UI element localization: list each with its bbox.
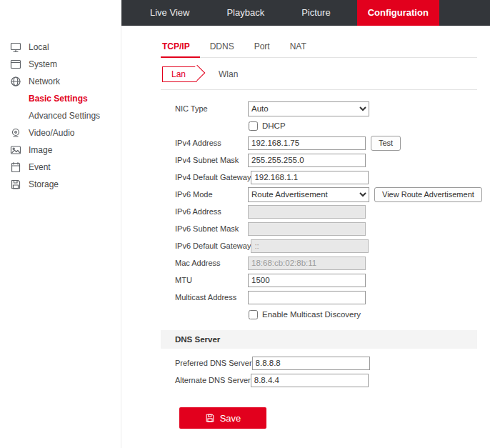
sidebar-item-label: Image xyxy=(29,145,52,155)
tab-tcpip[interactable]: TCP/IP xyxy=(161,39,200,58)
nav-configuration[interactable]: Configuration xyxy=(357,0,439,26)
multicast-address-input[interactable] xyxy=(248,291,366,304)
subtab-wlan[interactable]: Wlan xyxy=(219,69,238,79)
save-button-label: Save xyxy=(220,413,241,424)
main-content: TCP/IP DDNS Port NAT Lan Wlan NIC Type A… xyxy=(121,26,490,448)
ipv6-subnet-mask-label: IPv6 Subnet Mask xyxy=(175,224,248,233)
row-alternate-dns: Alternate DNS Server xyxy=(161,372,490,389)
tcpip-form: NIC Type Auto DHCP IPv4 Address Test IPv… xyxy=(161,100,490,429)
dns-server-section-header: DNS Server xyxy=(161,330,477,349)
lan-wlan-subtabs: Lan Wlan xyxy=(161,65,477,90)
ipv6-mode-select[interactable]: Route Advertisement xyxy=(248,187,369,202)
save-row: Save xyxy=(161,407,490,429)
test-button[interactable]: Test xyxy=(371,136,401,151)
multicast-address-label: Multicast Address xyxy=(175,293,248,302)
row-dhcp: DHCP xyxy=(161,117,490,134)
nic-type-label: NIC Type xyxy=(175,104,248,113)
view-route-advertisement-button[interactable]: View Route Advertisement xyxy=(374,187,482,202)
ipv4-address-input[interactable] xyxy=(248,136,366,150)
dns-server-header-label: DNS Server xyxy=(175,335,220,344)
camera-config-window: Live View Playback Picture Configuration… xyxy=(0,0,490,448)
system-icon xyxy=(10,59,21,70)
image-icon xyxy=(10,144,21,156)
tab-nat[interactable]: NAT xyxy=(280,39,316,57)
ipv4-default-gateway-label: IPv4 Default Gateway xyxy=(175,173,251,181)
sidebar-item-label: System xyxy=(29,59,57,69)
row-nic-type: NIC Type Auto xyxy=(161,100,490,117)
row-ipv4-subnet-mask: IPv4 Subnet Mask xyxy=(161,151,490,169)
row-preferred-dns: Preferred DNS Server xyxy=(161,354,490,372)
sidebar-item-label: Network xyxy=(29,76,60,86)
sidebar-item-video-audio[interactable]: Video/Audio xyxy=(0,124,121,141)
sidebar-item-storage[interactable]: Storage xyxy=(0,176,121,193)
sidebar-item-image[interactable]: Image xyxy=(0,141,121,159)
ipv6-default-gateway-label: IPv6 Default Gateway xyxy=(175,242,251,250)
row-ipv6-mode: IPv6 Mode Route Advertisement View Route… xyxy=(161,186,490,203)
sidebar-item-label: Basic Settings xyxy=(29,94,88,104)
nav-live-view[interactable]: Live View xyxy=(139,0,200,26)
row-ipv6-address: IPv6 Address xyxy=(161,203,490,220)
multicast-discovery-checkbox[interactable] xyxy=(249,310,258,319)
row-ipv6-default-gateway: IPv6 Default Gateway xyxy=(161,237,490,254)
row-ipv4-address: IPv4 Address Test xyxy=(161,134,490,151)
alternate-dns-input[interactable] xyxy=(251,374,369,387)
settings-tabs: TCP/IP DDNS Port NAT xyxy=(161,39,477,58)
ipv4-subnet-mask-label: IPv4 Subnet Mask xyxy=(175,156,248,164)
sidebar-item-label: Storage xyxy=(29,179,59,189)
ipv4-subnet-mask-input[interactable] xyxy=(248,154,366,167)
mtu-input[interactable] xyxy=(248,274,366,287)
ipv6-default-gateway-input xyxy=(251,239,369,253)
ipv6-address-label: IPv6 Address xyxy=(175,207,248,216)
mac-address-label: Mac Address xyxy=(175,259,248,267)
sidebar-item-advanced-settings[interactable]: Advanced Settings xyxy=(0,107,121,124)
ipv4-default-gateway-input[interactable] xyxy=(251,171,369,184)
nav-playback[interactable]: Playback xyxy=(216,0,275,26)
sidebar-item-network[interactable]: Network xyxy=(0,73,121,90)
sidebar-item-system[interactable]: System xyxy=(0,56,121,73)
ipv6-subnet-mask-input xyxy=(248,222,366,236)
sidebar-item-label: Advanced Settings xyxy=(29,111,100,121)
sidebar-item-local[interactable]: Local xyxy=(0,39,121,56)
sidebar: Local System Network Basic Settings Adva… xyxy=(0,26,121,448)
tab-ddns[interactable]: DDNS xyxy=(200,39,244,57)
preferred-dns-input[interactable] xyxy=(252,357,370,370)
row-multicast-discovery: Enable Multicast Discovery xyxy=(161,306,490,323)
sidebar-item-event[interactable]: Event xyxy=(0,159,121,176)
row-mac-address: Mac Address xyxy=(161,254,490,272)
sidebar-item-label: Local xyxy=(29,42,49,52)
save-floppy-icon xyxy=(205,413,215,423)
ipv6-mode-label: IPv6 Mode xyxy=(175,190,248,199)
sidebar-item-basic-settings[interactable]: Basic Settings xyxy=(0,90,121,107)
sidebar-item-label: Event xyxy=(29,162,51,172)
row-multicast-address: Multicast Address xyxy=(161,289,490,306)
event-calendar-icon xyxy=(10,161,21,173)
video-audio-icon xyxy=(10,127,21,139)
subtab-lan[interactable]: Lan xyxy=(162,66,197,82)
tab-port[interactable]: Port xyxy=(244,39,280,57)
monitor-icon xyxy=(10,41,21,53)
alternate-dns-label: Alternate DNS Server xyxy=(175,376,251,384)
top-nav: Live View Playback Picture Configuration xyxy=(121,0,490,26)
sidebar-item-label: Video/Audio xyxy=(29,128,75,138)
nic-type-select[interactable]: Auto xyxy=(248,101,369,116)
row-ipv4-default-gateway: IPv4 Default Gateway xyxy=(161,169,490,186)
dhcp-label: DHCP xyxy=(262,121,286,130)
row-mtu: MTU xyxy=(161,272,490,289)
ipv4-address-label: IPv4 Address xyxy=(175,139,248,147)
ipv6-address-input xyxy=(248,205,366,219)
nav-picture[interactable]: Picture xyxy=(291,0,341,26)
save-button[interactable]: Save xyxy=(179,407,266,429)
mtu-label: MTU xyxy=(175,276,248,284)
mac-address-input xyxy=(248,257,366,270)
preferred-dns-label: Preferred DNS Server xyxy=(175,359,252,367)
row-ipv6-subnet-mask: IPv6 Subnet Mask xyxy=(161,220,490,237)
dhcp-checkbox[interactable] xyxy=(249,121,258,131)
multicast-discovery-label: Enable Multicast Discovery xyxy=(262,310,361,319)
storage-disk-icon xyxy=(10,179,21,190)
network-globe-icon xyxy=(10,76,21,87)
